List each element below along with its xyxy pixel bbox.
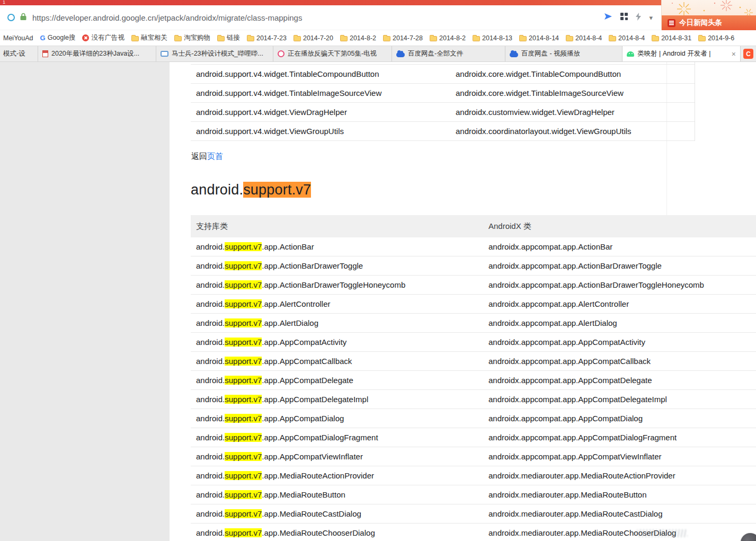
bookmark-item[interactable]: 2014-7-28 — [383, 34, 423, 42]
androidx-class-cell: androidx.appcompat.app.AppCompatDelegate — [488, 376, 756, 385]
tv-icon — [161, 51, 168, 57]
support-class-cell: android.support.v7.app.AppCompatDialog — [191, 414, 488, 423]
url-text[interactable]: https://developer.android.google.cn/jetp… — [32, 13, 604, 22]
androidx-class-cell: androidx.mediarouter.app.MediaRouteCastD… — [488, 509, 756, 518]
support-class-cell: android.support.v7.app.AppCompatDelegate — [191, 376, 488, 385]
bookmark-item[interactable]: MeiYouAd — [3, 34, 33, 42]
bookmark-item[interactable]: 2014-8-4 — [609, 34, 645, 42]
class-prefix: android. — [196, 376, 225, 385]
support-class-cell: android.support.v4.widget.TintableCompou… — [191, 69, 456, 78]
support-class-cell: android.support.v4.widget.ViewGroupUtils — [191, 127, 456, 136]
androidx-class-cell: androidx.core.widget.TintableImageSource… — [456, 88, 695, 97]
folder-icon — [174, 36, 182, 41]
bookmark-label: 2014-8-2 — [439, 34, 466, 42]
bookmark-item[interactable]: GGoogle搜 — [40, 33, 76, 42]
bookmark-label: MeiYouAd — [3, 34, 33, 42]
support-class-cell: android.support.v7.app.AppCompatActivity — [191, 338, 488, 347]
class-suffix: .app.AlertDialog — [262, 318, 318, 327]
bookmark-item[interactable]: 2014-8-13 — [473, 34, 512, 42]
androidx-class-cell: androidx.mediarouter.app.MediaRouteActio… — [488, 471, 756, 480]
class-prefix: android. — [196, 318, 225, 327]
class-prefix: android. — [196, 433, 225, 442]
site-info-icon[interactable] — [7, 14, 15, 21]
bookmark-label: 2014-7-28 — [393, 34, 423, 42]
tab-strip: 模式-设2020年最详细的23种Java设...马士兵-23种设计模式_哔哩哔.… — [0, 46, 756, 62]
androidx-class-cell: androidx.appcompat.app.ActionBarDrawerTo… — [488, 261, 756, 270]
bookmark-item[interactable]: 2014-7-23 — [247, 34, 287, 42]
back-to-top-prefix: 返回 — [191, 152, 207, 161]
class-prefix: android. — [196, 395, 225, 404]
bookmark-label: 2014-8-4 — [575, 34, 602, 42]
androidx-class-cell: androidx.coordinatorlayout.widget.ViewGr… — [456, 127, 695, 136]
class-prefix: android. — [196, 528, 225, 537]
class-prefix: android. — [196, 357, 225, 366]
browser-tab[interactable]: 百度网盘 - 视频播放 — [505, 46, 622, 61]
folder-icon — [609, 36, 616, 41]
android-icon — [627, 51, 634, 57]
folder-icon — [340, 36, 348, 41]
bookmark-label: 2014-8-4 — [618, 34, 645, 42]
address-bar: https://developer.android.google.cn/jetp… — [0, 5, 661, 30]
search-highlight: support.v7 — [225, 357, 262, 366]
browser-tab[interactable]: 模式-设 — [0, 46, 38, 61]
folder-icon — [131, 36, 139, 41]
bookmark-item[interactable]: 没有广告视 — [82, 33, 124, 42]
support-class-cell: android.support.v7.app.ActionBarDrawerTo… — [191, 280, 488, 289]
androidx-class-cell: androidx.core.widget.TintableCompoundBut… — [456, 69, 695, 78]
bookmarks-bar: MeiYouAdGGoogle搜没有广告视融宝相关淘宝购物链接2014-7-23… — [0, 30, 756, 46]
androidx-class-cell: androidx.mediarouter.app.MediaRouteChoos… — [488, 528, 756, 537]
chevron-down-icon[interactable]: ▾ — [649, 14, 653, 21]
lightning-icon[interactable] — [636, 13, 641, 23]
androidx-class-cell: androidx.mediarouter.app.MediaRouteButto… — [488, 490, 756, 499]
browser-tab[interactable]: 百度网盘-全部文件 — [392, 46, 505, 61]
bookmark-label: 2014-8-31 — [661, 34, 691, 42]
window-title: 1 — [3, 0, 5, 5]
tab-close-icon[interactable]: × — [732, 50, 736, 58]
browser-tab[interactable]: 马士兵-23种设计模式_哔哩哔... — [156, 46, 273, 61]
watermark-smudge — [637, 529, 688, 537]
tab-label: 马士兵-23种设计模式_哔哩哔... — [172, 49, 269, 58]
back-to-top-link[interactable]: 页首 — [207, 152, 223, 161]
androidx-class-cell: androidx.appcompat.app.AppCompatActivity — [488, 338, 756, 347]
bookmark-item[interactable]: 2014-8-2 — [430, 34, 466, 42]
bookmark-item[interactable]: 2014-8-2 — [340, 34, 376, 42]
androidx-class-cell: androidx.appcompat.app.ActionBarDrawerTo… — [488, 280, 756, 289]
folder-icon — [247, 36, 254, 41]
search-highlight: support.v7 — [225, 452, 262, 461]
search-highlight: support.v7 — [225, 471, 262, 480]
bookmark-label: 2014-8-2 — [350, 34, 376, 42]
class-prefix: android. — [196, 242, 225, 251]
support-class-cell: android.support.v4.widget.ViewDragHelper — [191, 108, 456, 117]
browser-tab[interactable]: 正在播放反骗天下第05集-电视 — [273, 46, 392, 61]
news-widget[interactable]: 今日新闻头条 — [662, 15, 756, 30]
support-class-cell: android.support.v7.app.AlertDialog — [191, 318, 488, 327]
table-row: android.support.v4.widget.TintableImageS… — [191, 84, 695, 103]
search-highlight: support.v7 — [225, 528, 262, 537]
window-title-bar: 1 — [0, 0, 756, 5]
browser-tab[interactable]: C — [741, 46, 756, 61]
bookmark-item[interactable]: 2014-9-6 — [698, 34, 734, 42]
class-suffix: .app.AppCompatDialog — [262, 414, 344, 423]
browser-tab[interactable]: 2020年最详细的23种Java设... — [38, 46, 156, 61]
class-prefix: android. — [196, 471, 225, 480]
mapping-table-v4: android.support.v4.widget.TintableCompou… — [191, 62, 695, 141]
send-icon[interactable] — [604, 13, 612, 23]
bookmark-item[interactable]: 淘宝购物 — [174, 33, 210, 42]
search-highlight: support.v7 — [225, 414, 262, 423]
table-row: android.support.v7.app.MediaRouteButtona… — [191, 485, 756, 504]
bookmark-item[interactable]: 链接 — [217, 33, 240, 42]
browser-tab[interactable]: 类映射 | Android 开发者 |× — [622, 46, 741, 61]
tab-label: 2020年最详细的23种Java设... — [51, 49, 152, 58]
lock-icon[interactable] — [20, 13, 26, 23]
bookmark-item[interactable]: 2014-8-4 — [566, 34, 602, 42]
table-row: android.support.v7.app.AppCompatDialogan… — [191, 409, 756, 428]
grid-icon[interactable] — [620, 13, 628, 22]
block-icon — [82, 34, 89, 41]
class-prefix: android. — [196, 338, 225, 347]
table-row: android.support.v7.app.AlertControlleran… — [191, 295, 756, 314]
bookmark-item[interactable]: 2014-8-14 — [519, 34, 559, 42]
bookmark-item[interactable]: 2014-7-20 — [293, 34, 333, 42]
search-highlight: support.v7 — [225, 490, 262, 499]
bookmark-item[interactable]: 融宝相关 — [131, 33, 167, 42]
bookmark-item[interactable]: 2014-8-31 — [652, 34, 691, 42]
